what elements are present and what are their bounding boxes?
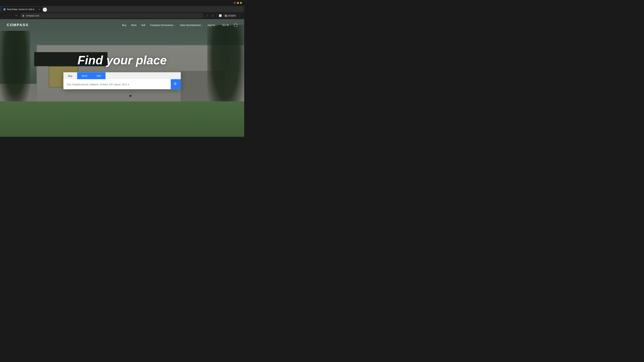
reload-button[interactable]: ↻: [14, 13, 19, 18]
website: COMPASS Buy Rent Sell Compass Exclusives…: [0, 19, 244, 137]
search-tab-sell[interactable]: Sell: [92, 72, 106, 79]
url-text: compass.com: [26, 14, 39, 17]
incognito-badge: 🕵 Incognito: [223, 14, 237, 17]
goto-chevron: ⌄: [230, 24, 231, 26]
tab-favicon: C: [3, 8, 6, 10]
nav-compass-exclusives[interactable]: Compass Exclusives ⌄: [150, 24, 176, 26]
nav-links: Buy Rent Sell Compass Exclusives ⌄ New D…: [122, 24, 231, 26]
user-profile-button[interactable]: ◯: [234, 23, 238, 27]
nav-agents[interactable]: Agents ⌄: [208, 24, 218, 26]
agents-chevron: ⌄: [216, 24, 218, 26]
toolbar-icons: ☆ ⬡ ⬜ 🕵 Incognito ⋮: [205, 13, 242, 18]
extensions-button[interactable]: ⬡: [210, 13, 215, 18]
nav-sell[interactable]: Sell: [141, 24, 146, 26]
close-window-button[interactable]: ✕: [234, 2, 236, 4]
site-logo[interactable]: COMPASS: [7, 23, 29, 27]
browser-chrome: ✕ − + C Real Estate, Homes for Sale & ..…: [0, 0, 244, 19]
search-tab-rent[interactable]: Rent: [77, 72, 92, 79]
back-button[interactable]: ←: [2, 13, 7, 18]
compass-exclusives-chevron: ⌄: [174, 24, 176, 26]
title-bar: ✕ − +: [0, 0, 244, 6]
bookmark-button[interactable]: ☆: [205, 13, 210, 18]
maximize-window-button[interactable]: +: [240, 2, 242, 4]
hero-title: Find your place: [64, 53, 181, 67]
search-icon: 🔍: [174, 82, 178, 86]
active-tab[interactable]: C Real Estate, Homes for Sale & ... ✕: [1, 7, 42, 12]
site-navigation: COMPASS Buy Rent Sell Compass Exclusives…: [0, 19, 244, 31]
divider: [216, 14, 216, 17]
nav-new-development[interactable]: New Development ⌄: [180, 24, 203, 26]
incognito-icon: 🕵: [224, 14, 227, 17]
secure-icon: 🔒: [22, 14, 24, 17]
hero-content: Find your place Buy Rent Sell 🔍: [64, 53, 181, 89]
incognito-label: Incognito: [228, 14, 236, 16]
cast-button[interactable]: ⬜: [218, 13, 222, 18]
nav-rent[interactable]: Rent: [131, 24, 136, 26]
forward-button[interactable]: →: [8, 13, 13, 18]
tab-title: Real Estate, Homes for Sale & ...: [7, 8, 36, 10]
new-tab-button[interactable]: +: [42, 7, 47, 12]
search-input[interactable]: [64, 80, 171, 89]
tab-close-button[interactable]: ✕: [38, 8, 40, 11]
search-tab-buy[interactable]: Buy: [64, 72, 77, 79]
search-button[interactable]: 🔍: [171, 79, 181, 89]
search-input-row: 🔍: [64, 79, 181, 89]
nav-buy[interactable]: Buy: [122, 24, 126, 26]
nav-goto[interactable]: Go To ⌄: [222, 24, 231, 26]
minimize-window-button[interactable]: −: [237, 2, 239, 4]
address-bar-row: ← → ↻ 🔒 compass.com ☆ ⬡ ⬜ 🕵 Incognito ⋮: [0, 12, 244, 19]
tab-bar: C Real Estate, Homes for Sale & ... ✕ +: [0, 6, 244, 12]
search-tabs: Buy Rent Sell: [64, 72, 181, 79]
new-development-chevron: ⌄: [202, 24, 203, 26]
address-bar[interactable]: 🔒 compass.com: [20, 13, 204, 18]
search-box: Buy Rent Sell 🔍: [64, 72, 181, 89]
window-controls: ✕ − +: [234, 2, 242, 4]
menu-button[interactable]: ⋮: [238, 13, 242, 18]
